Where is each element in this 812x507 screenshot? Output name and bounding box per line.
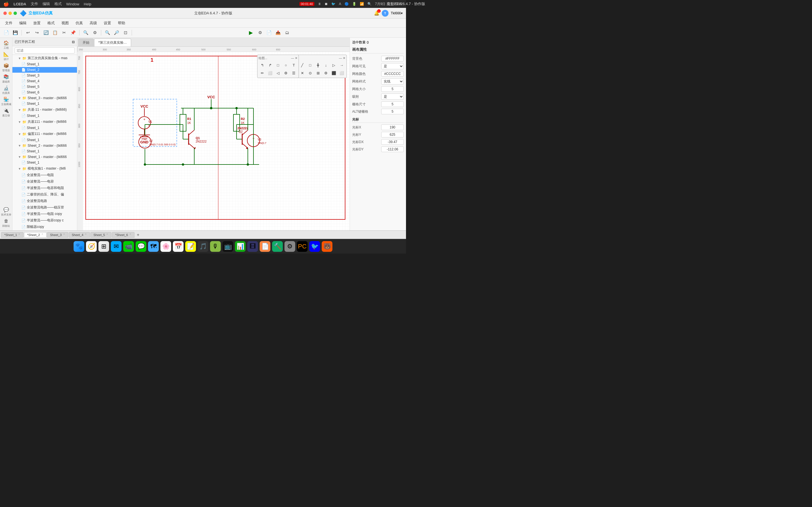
- tree-item-gongji111[interactable]: ▼ 📁 共基111 - master - (tkl666: [12, 119, 77, 125]
- window-menu-mac[interactable]: Window: [66, 2, 79, 6]
- dock-safari[interactable]: 🧭: [86, 241, 97, 252]
- draw-tool-2[interactable]: ↱: [266, 61, 274, 69]
- jlc-btn[interactable]: 🔌 嘉立创: [1, 108, 11, 118]
- draw-tool-4[interactable]: ○: [282, 61, 290, 69]
- elec-tools-close[interactable]: — ✕: [339, 56, 345, 60]
- draw-tool-9[interactable]: ⚙: [282, 69, 290, 76]
- tree-sheet3-sheet1[interactable]: 📄 Sheet_1: [12, 101, 77, 107]
- prop-grid-unit-input[interactable]: [381, 101, 404, 107]
- sheet-tab-1-close[interactable]: ⌃: [18, 233, 20, 236]
- lceda-menu[interactable]: LCEDA: [13, 2, 26, 6]
- paste-btn[interactable]: 📌: [69, 29, 77, 37]
- dock-launchpad[interactable]: ⊞: [98, 241, 109, 252]
- prop-alt-grid-input[interactable]: [381, 109, 404, 114]
- sheet-tab-2-close[interactable]: ⌃: [41, 233, 43, 236]
- dock-maps[interactable]: 🗺: [148, 241, 159, 252]
- menu-settings[interactable]: 设置: [101, 19, 114, 27]
- sim-layers-btn[interactable]: 🗂: [283, 29, 291, 37]
- draw-tool-10[interactable]: ☰: [290, 69, 297, 76]
- menu-place[interactable]: 放置: [31, 19, 43, 27]
- undo-btn[interactable]: ↩: [24, 29, 32, 37]
- dock-facetime[interactable]: 📹: [123, 241, 134, 252]
- menu-view[interactable]: 视图: [59, 19, 71, 27]
- dock-podcasts[interactable]: 🎙: [210, 241, 221, 252]
- filter-btn[interactable]: ⚙: [91, 29, 99, 37]
- dock-finder[interactable]: 🐾: [73, 241, 84, 252]
- tree-s1m-sheet1[interactable]: 📄 Sheet_1: [12, 160, 77, 165]
- apple-icon[interactable]: 🍎: [3, 1, 9, 7]
- draw-tool-6[interactable]: ✏: [259, 69, 266, 76]
- elec-tool-5[interactable]: ╋: [314, 61, 322, 69]
- save-btn[interactable]: 💾: [11, 29, 19, 37]
- elec-tool-11[interactable]: ✕: [299, 69, 306, 76]
- tree-item-sheet1master[interactable]: ▼ 📁 Sheet_1 - master - (tkl666: [12, 154, 77, 160]
- stop-icon[interactable]: ⏹: [324, 2, 328, 6]
- tree-item-sheet6[interactable]: 📄 Sheet_6: [12, 90, 77, 95]
- sheet-add-btn[interactable]: +: [135, 232, 141, 238]
- simlib-btn[interactable]: 🔬 仿真库: [1, 85, 11, 95]
- support-btn[interactable]: 💬 技术支持: [1, 207, 11, 217]
- tree-item-modian1[interactable]: ▼ 📁 模电实验1 - master - (tkl6: [12, 165, 77, 172]
- search-icon-mac[interactable]: 🔍: [367, 2, 371, 6]
- prop-bgcolor-input[interactable]: [381, 56, 404, 61]
- sidebar-collapse-btn[interactable]: ⊟: [72, 40, 75, 44]
- dock-pages[interactable]: 📄: [260, 241, 270, 252]
- sheet-tab-1[interactable]: *Sheet_1 ⌃: [1, 232, 23, 238]
- dock-notes[interactable]: 📝: [185, 241, 196, 252]
- prop-grid-style-select[interactable]: 实线虚线: [381, 78, 404, 84]
- sheet-tab-3-close[interactable]: ⌃: [63, 233, 65, 236]
- dock-photos[interactable]: 🌸: [160, 241, 171, 252]
- tree-item-pianzhi111[interactable]: ▼ 📁 偏置111 - master - (tkl666: [12, 131, 77, 137]
- dock-xcode[interactable]: 🔨: [272, 241, 283, 252]
- prop-grid-visible-select[interactable]: 是否: [381, 63, 404, 69]
- tree-mod1-item3[interactable]: 📄 半波整流——电容和电阻: [12, 185, 77, 191]
- tree-item-sheet3[interactable]: 📄 Sheet_3: [12, 73, 77, 78]
- menu-edit[interactable]: 编辑: [16, 19, 29, 27]
- draw-tool-1[interactable]: ↰: [259, 61, 266, 69]
- manager-btn[interactable]: 📦 管理器: [1, 62, 11, 73]
- draw-tools-close[interactable]: — ✕: [291, 56, 297, 60]
- new-file-btn[interactable]: 📄: [2, 29, 10, 37]
- canvas-tab-start[interactable]: 开始: [79, 39, 94, 47]
- prop-grid-color-input[interactable]: [381, 71, 404, 76]
- elec-tool-12[interactable]: ⊙: [306, 69, 314, 76]
- edit-menu-mac[interactable]: 编辑: [43, 1, 50, 6]
- canvas-tab-sheet2[interactable]: *第三次仿真实验…: [94, 39, 131, 47]
- tree-item-sheet5[interactable]: 📄 Sheet_5: [12, 84, 77, 90]
- dock-mail[interactable]: ✉: [111, 241, 121, 252]
- elec-tool-4[interactable]: □: [306, 61, 314, 69]
- tree-mod1-item2[interactable]: 📄 全波整流——电容: [12, 178, 77, 185]
- elec-tool-14[interactable]: ⚙: [322, 69, 329, 76]
- tree-mod1-item4[interactable]: 📄 二极管的抬压、降压、偏: [12, 191, 77, 198]
- tree-item-project1[interactable]: ▼ 📁 第三次仿真实验合集 - mas: [12, 55, 77, 61]
- sheet-tab-4-close[interactable]: ⌃: [85, 233, 87, 236]
- pause-icon[interactable]: ⏸: [318, 2, 321, 6]
- menu-file[interactable]: 文件: [2, 19, 15, 27]
- draw-tool-3[interactable]: □: [274, 61, 282, 69]
- draw-tool-5[interactable]: T: [290, 61, 297, 69]
- sheet-tab-5-close[interactable]: ⌃: [106, 233, 108, 236]
- tree-item-sheet2-active[interactable]: 📄 Sheet_2: [12, 67, 77, 73]
- dock-keynote[interactable]: 🎞: [247, 241, 258, 252]
- sim-export-btn[interactable]: 📤: [274, 29, 282, 37]
- minimize-window-btn[interactable]: [8, 11, 12, 15]
- canvas-content[interactable]: 700 750 800 850 900 950 1000: [77, 52, 350, 230]
- bird-icon[interactable]: 🐦: [331, 2, 336, 6]
- menu-help[interactable]: 帮助: [115, 19, 128, 27]
- lib-btn[interactable]: 📚 基础库: [1, 74, 11, 84]
- draw-tool-8[interactable]: ◁: [274, 69, 282, 76]
- tree-mod1-item9[interactable]: 📄 限幅器copy: [12, 224, 77, 230]
- dock-calendar[interactable]: 📅: [173, 241, 184, 252]
- draw-tool-7[interactable]: ⬜: [266, 69, 274, 76]
- battery-icon[interactable]: 🔋: [352, 2, 356, 6]
- user-avatar[interactable]: T: [382, 10, 389, 17]
- zoom-out-btn[interactable]: 🔎: [112, 29, 120, 37]
- project-btn[interactable]: 🏠 工程: [1, 40, 11, 50]
- tree-gongji11-sheet1[interactable]: 📄 Sheet_1: [12, 113, 77, 119]
- tree-item-sheet2master[interactable]: ▼ 📁 Sheet_2 - master - (tkl666: [12, 143, 77, 149]
- design-btn[interactable]: 📐 设计: [1, 51, 11, 61]
- dock-jetbrains[interactable]: PC: [297, 241, 308, 252]
- tree-item-sheet1[interactable]: 📄 Sheet_1: [12, 61, 77, 67]
- bell-icon[interactable]: 🔔1: [374, 10, 379, 16]
- dock-bear[interactable]: 🐻: [322, 241, 333, 252]
